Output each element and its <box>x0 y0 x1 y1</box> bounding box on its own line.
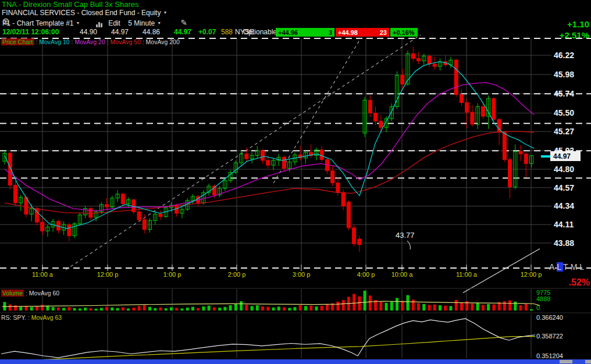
volume-bar <box>165 308 168 311</box>
candlestick <box>411 53 415 58</box>
volume-bar <box>492 305 495 311</box>
volume-bar <box>525 304 528 311</box>
volume-bar <box>57 308 60 311</box>
candlestick <box>137 212 141 220</box>
volume-bar <box>100 308 103 311</box>
volume-bar <box>412 299 415 311</box>
volume-bar <box>358 297 361 311</box>
volume-bar <box>379 301 382 311</box>
price-axis-label: 44.34 <box>554 201 574 210</box>
horizontal-scrollbar-track[interactable] <box>0 359 591 364</box>
time-axis-label: 2:00 p <box>228 271 246 278</box>
volume-bar <box>62 308 65 311</box>
volume-bar <box>122 307 124 311</box>
volume-bar <box>41 305 44 311</box>
volume-bar <box>143 305 146 311</box>
volume-bar <box>336 302 339 311</box>
price-axis-label: 45.50 <box>554 108 574 117</box>
ma50-label: MovAvg 50 <box>111 38 141 45</box>
volume-bar <box>105 307 108 311</box>
time-axis-label: 12:00 p <box>521 271 542 278</box>
candlestick <box>347 202 350 228</box>
volume-bar <box>503 301 506 311</box>
volume-bar <box>476 303 479 311</box>
volume-bar <box>444 306 447 311</box>
ma10-label: MovAvg 10 <box>39 38 69 45</box>
volume-bar <box>439 305 442 311</box>
rs-axis-label: 0.351204 <box>536 352 563 359</box>
volume-axis-label: 0 <box>536 304 540 311</box>
trendline <box>273 38 361 183</box>
volume-axis-label: 4888 <box>536 295 550 302</box>
volume-bar <box>283 307 286 311</box>
chart-window: 46.2245.9845.7445.5045.2745.0344.8044.57… <box>0 0 591 364</box>
volume-bar <box>449 306 452 311</box>
price-tag-arrow <box>541 155 550 158</box>
volume-bar <box>514 302 517 311</box>
scrollbar-thumb[interactable] <box>560 360 572 363</box>
volume-bar <box>433 305 436 311</box>
candlestick <box>105 205 109 207</box>
candlestick <box>460 95 463 103</box>
candlestick <box>454 60 458 94</box>
rs-axis-label: 0.366240 <box>536 314 563 321</box>
volume-label: Volume <box>1 290 24 297</box>
candlestick <box>143 220 146 230</box>
watermark-highlight: L <box>557 262 563 272</box>
volume-bar <box>138 306 141 311</box>
volume-bar <box>508 301 511 311</box>
candlestick <box>379 121 383 127</box>
time-axis-label: 10:00 a <box>391 271 414 278</box>
candlestick <box>416 59 420 61</box>
candlestick <box>331 171 334 183</box>
candlestick <box>492 99 496 120</box>
volume-bar <box>218 308 221 311</box>
volume-bar <box>364 291 366 311</box>
time-axis-label: 11:00 a <box>32 271 54 278</box>
chart-svg: 46.2245.9845.7445.5045.2745.0344.8044.57… <box>0 0 591 364</box>
volume-bar <box>35 306 38 311</box>
volume-ma-label: MovAvg 60 <box>29 290 59 297</box>
candlestick <box>41 222 44 231</box>
volume-bar <box>353 294 355 311</box>
candlestick <box>519 152 522 154</box>
red-percent-readout: .52% <box>569 277 590 288</box>
candlestick <box>336 183 340 192</box>
volume-bar <box>95 309 98 311</box>
candlestick <box>401 76 404 84</box>
price-axis-label: 45.74 <box>554 89 574 98</box>
price-axis-label: 44.57 <box>554 183 574 192</box>
volume-bar <box>180 309 183 311</box>
volume-bar <box>471 304 473 311</box>
annotation-pointer <box>407 241 410 249</box>
time-axis-label: 1:00 p <box>163 271 181 278</box>
candlestick <box>245 154 248 159</box>
volume-ma-line <box>2 301 540 306</box>
candlestick <box>159 214 162 216</box>
volume-bar <box>390 302 393 311</box>
candlestick <box>428 56 431 64</box>
volume-bar <box>175 308 178 311</box>
volume-bar <box>460 302 463 311</box>
candlestick <box>503 133 506 160</box>
volume-bar <box>30 307 33 311</box>
rs-line <box>1 319 535 358</box>
volume-bar <box>186 308 189 311</box>
candlestick <box>341 192 345 206</box>
ma20-label: MovAvg 20 <box>74 38 105 45</box>
volume-bar <box>396 298 398 311</box>
volume-bar <box>67 307 70 311</box>
time-axis-label: 4:00 p <box>357 271 375 278</box>
rs-axis-label: 0.358722 <box>536 333 563 340</box>
volume-bar <box>3 302 6 311</box>
candlestick <box>13 185 17 203</box>
volume-bar <box>19 306 22 311</box>
scrollbar-button[interactable] <box>585 360 591 363</box>
candlestick <box>471 112 474 124</box>
volume-bar <box>293 307 296 311</box>
candlestick <box>121 194 124 204</box>
volume-bar <box>202 306 205 311</box>
volume-bar <box>127 309 130 311</box>
volume-bar <box>251 306 254 311</box>
candlestick <box>353 228 356 244</box>
